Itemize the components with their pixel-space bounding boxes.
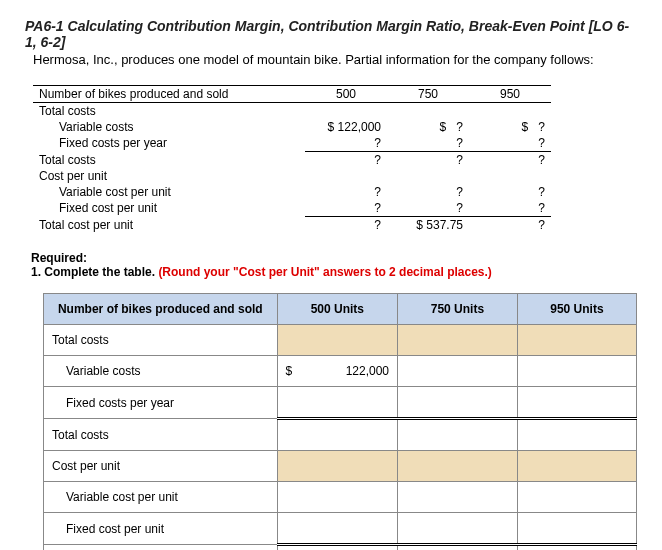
row-tcpu: Total cost per unit bbox=[33, 217, 305, 234]
input-cell[interactable]: $537.75 bbox=[398, 545, 518, 551]
ans-row-cpu-hdr: Cost per unit bbox=[44, 451, 278, 482]
ans-row-variable-costs: Variable costs bbox=[44, 356, 278, 387]
input-cell[interactable] bbox=[398, 387, 518, 419]
cell: $ ? bbox=[387, 119, 469, 135]
ans-row-fcpu: Fixed cost per unit bbox=[44, 513, 278, 545]
required-note: (Round your "Cost per Unit" answers to 2… bbox=[158, 265, 491, 279]
cell: ? bbox=[469, 184, 551, 200]
given-data-table: Number of bikes produced and sold 500 75… bbox=[33, 85, 551, 233]
input-cell[interactable] bbox=[517, 356, 636, 387]
input-cell[interactable] bbox=[517, 513, 636, 545]
cell: ? bbox=[387, 184, 469, 200]
col-750: 750 bbox=[387, 86, 469, 103]
input-cell[interactable] bbox=[277, 482, 397, 513]
header-label: Number of bikes produced and sold bbox=[33, 86, 305, 103]
cell: ? bbox=[387, 200, 469, 217]
required-label: Required: bbox=[31, 251, 87, 265]
cell: $ 537.75 bbox=[387, 217, 469, 234]
cell: ? bbox=[469, 152, 551, 169]
ans-row-total-costs-hdr: Total costs bbox=[44, 325, 278, 356]
ans-row-vcpu: Variable cost per unit bbox=[44, 482, 278, 513]
required-section: Required: 1. Complete the table. (Round … bbox=[31, 251, 637, 279]
problem-description: Hermosa, Inc., produces one model of mou… bbox=[33, 52, 637, 67]
blocked-cell bbox=[277, 451, 397, 482]
col-500: 500 bbox=[305, 86, 387, 103]
cell: $ 122,000 bbox=[305, 119, 387, 135]
blocked-cell bbox=[517, 325, 636, 356]
ans-col-500: 500 Units bbox=[277, 294, 397, 325]
input-cell[interactable] bbox=[517, 482, 636, 513]
answer-table: Number of bikes produced and sold 500 Un… bbox=[43, 293, 637, 550]
row-vcpu: Variable cost per unit bbox=[33, 184, 305, 200]
row-total-costs-hdr: Total costs bbox=[33, 103, 305, 120]
input-cell[interactable]: $122,000 bbox=[277, 356, 397, 387]
blocked-cell bbox=[398, 325, 518, 356]
cell: ? bbox=[305, 184, 387, 200]
cell: ? bbox=[469, 135, 551, 152]
blocked-cell bbox=[277, 325, 397, 356]
cell: ? bbox=[305, 152, 387, 169]
col-950: 950 bbox=[469, 86, 551, 103]
cell: ? bbox=[469, 217, 551, 234]
row-fcpu: Fixed cost per unit bbox=[33, 200, 305, 217]
cell: ? bbox=[305, 217, 387, 234]
input-cell[interactable] bbox=[517, 545, 636, 551]
input-cell[interactable] bbox=[517, 419, 636, 451]
cell: ? bbox=[387, 152, 469, 169]
ans-header-label: Number of bikes produced and sold bbox=[44, 294, 278, 325]
cell: ? bbox=[305, 200, 387, 217]
cell: ? bbox=[387, 135, 469, 152]
row-cpu-hdr: Cost per unit bbox=[33, 168, 305, 184]
required-item: 1. Complete the table. (Round your "Cost… bbox=[31, 265, 492, 279]
row-fixed-costs: Fixed costs per year bbox=[33, 135, 305, 152]
input-cell[interactable] bbox=[277, 545, 397, 551]
input-cell[interactable] bbox=[398, 482, 518, 513]
ans-col-750: 750 Units bbox=[398, 294, 518, 325]
cell: ? bbox=[305, 135, 387, 152]
ans-row-total-costs: Total costs bbox=[44, 419, 278, 451]
problem-title: PA6-1 Calculating Contribution Margin, C… bbox=[25, 18, 637, 50]
row-total-costs: Total costs bbox=[33, 152, 305, 169]
input-cell[interactable] bbox=[398, 356, 518, 387]
input-cell[interactable] bbox=[277, 419, 397, 451]
cell: $ ? bbox=[469, 119, 551, 135]
blocked-cell bbox=[517, 451, 636, 482]
input-cell[interactable] bbox=[398, 513, 518, 545]
input-cell[interactable] bbox=[277, 513, 397, 545]
ans-row-tcpu: Total cost per unit bbox=[44, 545, 278, 551]
input-cell[interactable] bbox=[398, 419, 518, 451]
ans-col-950: 950 Units bbox=[517, 294, 636, 325]
input-cell[interactable] bbox=[277, 387, 397, 419]
cell: ? bbox=[469, 200, 551, 217]
ans-row-fixed-costs: Fixed costs per year bbox=[44, 387, 278, 419]
blocked-cell bbox=[398, 451, 518, 482]
input-cell[interactable] bbox=[517, 387, 636, 419]
row-variable-costs: Variable costs bbox=[33, 119, 305, 135]
